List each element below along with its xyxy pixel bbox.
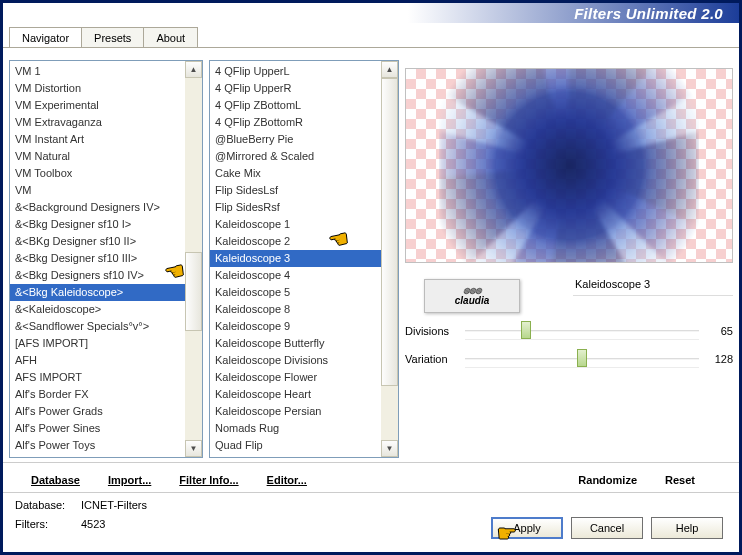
list-item[interactable]: 4 QFlip UpperL [210,63,398,80]
kaleidoscope-effect-preview [439,68,699,263]
scroll-down-icon[interactable]: ▼ [185,440,202,457]
list-item[interactable]: Kaleidoscope Butterfly [210,335,398,352]
list-item[interactable]: VM Toolbox [10,165,202,182]
status-filters-label: Filters: [15,518,73,531]
slider[interactable] [465,350,699,368]
slider-value: 65 [699,325,733,337]
list-item[interactable]: 4 QFlip ZBottomR [210,114,398,131]
apply-button[interactable]: Apply [491,517,563,539]
status-filters-value: 4523 [81,518,105,531]
slider-thumb[interactable] [521,321,531,339]
list-item[interactable]: Kaleidoscope Heart [210,386,398,403]
list-item[interactable]: Kaleidoscope 4 [210,267,398,284]
list-item[interactable]: 4 QFlip UpperR [210,80,398,97]
list-item[interactable]: &<Bkg Designers sf10 IV> [10,267,202,284]
list-item[interactable]: @Mirrored & Scaled [210,148,398,165]
scroll-track[interactable] [185,78,202,440]
scroll-track[interactable] [381,78,398,440]
list-item[interactable]: Alf's Power Toys [10,437,202,454]
list-item[interactable]: Flip SidesRsf [210,199,398,216]
list-item[interactable]: &<Bkg Kaleidoscope> [10,284,202,301]
watermark-text: claudia [455,295,489,306]
scroll-thumb[interactable] [381,78,398,386]
list-item[interactable]: &<Kaleidoscope> [10,301,202,318]
category-listbox[interactable]: VM 1VM DistortionVM ExperimentalVM Extra… [9,60,203,458]
list-item[interactable]: VM Experimental [10,97,202,114]
tab-about[interactable]: About [143,27,198,47]
list-item[interactable]: AFH [10,352,202,369]
list-item[interactable]: Quad Flip [210,437,398,454]
watermark-badge: ◍◍◍ claudia [424,279,520,313]
scroll-thumb[interactable] [185,252,202,332]
list-item[interactable]: Kaleidoscope Divisions [210,352,398,369]
preview-image [405,68,733,263]
list-item[interactable]: Alf's Border FX [10,386,202,403]
database-link[interactable]: Database [31,474,80,486]
slider-label: Variation [405,353,465,365]
editor-link[interactable]: Editor... [267,474,307,486]
category-scrollbar[interactable]: ▲ ▼ [185,61,202,457]
list-item[interactable]: &<Bkg Designer sf10 I> [10,216,202,233]
list-item[interactable]: Kaleidoscope Persian [210,403,398,420]
content-area: Navigator Presets About VM 1VM Distortio… [3,23,739,552]
filter-info-link[interactable]: Filter Info... [179,474,238,486]
list-item[interactable]: AFS IMPORT [10,369,202,386]
list-item[interactable]: Alf's Power Sines [10,420,202,437]
list-item[interactable]: VM Natural [10,148,202,165]
current-filter-label: Kaleidoscope 3 [573,273,733,296]
reset-link[interactable]: Reset [665,474,695,486]
slider-value: 128 [699,353,733,365]
filter-listbox[interactable]: 4 QFlip UpperL4 QFlip UpperR4 QFlip ZBot… [209,60,399,458]
list-item[interactable]: @BlueBerry Pie [210,131,398,148]
dialog-buttons: Apply Cancel Help [491,517,723,539]
main-row: VM 1VM DistortionVM ExperimentalVM Extra… [3,60,739,458]
scroll-down-icon[interactable]: ▼ [381,440,398,457]
tab-navigator[interactable]: Navigator [9,27,82,48]
tab-strip: Navigator Presets About [3,27,739,47]
list-item[interactable]: Kaleidoscope 8 [210,301,398,318]
list-item[interactable]: AlphaWorks [10,454,202,457]
list-item[interactable]: Radial Mirror [210,454,398,457]
list-item[interactable]: Kaleidoscope 5 [210,284,398,301]
status-db-value: ICNET-Filters [81,499,147,512]
list-item[interactable]: VM Distortion [10,80,202,97]
randomize-link[interactable]: Randomize [578,474,637,486]
list-item[interactable]: Nomads Rug [210,420,398,437]
import-link[interactable]: Import... [108,474,151,486]
filter-scrollbar[interactable]: ▲ ▼ [381,61,398,457]
list-item[interactable]: VM 1 [10,63,202,80]
list-item[interactable]: [AFS IMPORT] [10,335,202,352]
list-item[interactable]: &<Sandflower Specials°v°> [10,318,202,335]
list-item[interactable]: &<BKg Designer sf10 II> [10,233,202,250]
list-item[interactable]: Alf's Power Grads [10,403,202,420]
list-item[interactable]: Kaleidoscope Flower [210,369,398,386]
slider-thumb[interactable] [577,349,587,367]
cancel-button[interactable]: Cancel [571,517,643,539]
list-item[interactable]: Cake Mix [210,165,398,182]
list-item[interactable]: VM Instant Art [10,131,202,148]
list-item[interactable]: Kaleidoscope 9 [210,318,398,335]
help-button[interactable]: Help [651,517,723,539]
slider-row: Divisions65 [405,322,733,342]
status-db-label: Database: [15,499,73,512]
list-item[interactable]: Kaleidoscope 1 [210,216,398,233]
slider-label: Divisions [405,325,465,337]
app-title: Filters Unlimited 2.0 [574,5,723,22]
list-item[interactable]: Kaleidoscope 2 [210,233,398,250]
tab-panel [3,47,739,60]
scroll-up-icon[interactable]: ▲ [185,61,202,78]
list-item[interactable]: 4 QFlip ZBottomL [210,97,398,114]
scroll-up-icon[interactable]: ▲ [381,61,398,78]
preview-column: Kaleidoscope 3 Divisions65Variation128 [405,60,733,458]
list-item[interactable]: VM Extravaganza [10,114,202,131]
list-item[interactable]: VM [10,182,202,199]
list-item[interactable]: Kaleidoscope 3 [210,250,398,267]
action-link-row: Database Import... Filter Info... Editor… [3,462,739,492]
slider-row: Variation128 [405,350,733,370]
list-item[interactable]: &<Background Designers IV> [10,199,202,216]
list-item[interactable]: &<Bkg Designer sf10 III> [10,250,202,267]
parameter-sliders: Divisions65Variation128 [405,322,733,370]
tab-presets[interactable]: Presets [81,27,144,47]
slider[interactable] [465,322,699,340]
list-item[interactable]: Flip SidesLsf [210,182,398,199]
